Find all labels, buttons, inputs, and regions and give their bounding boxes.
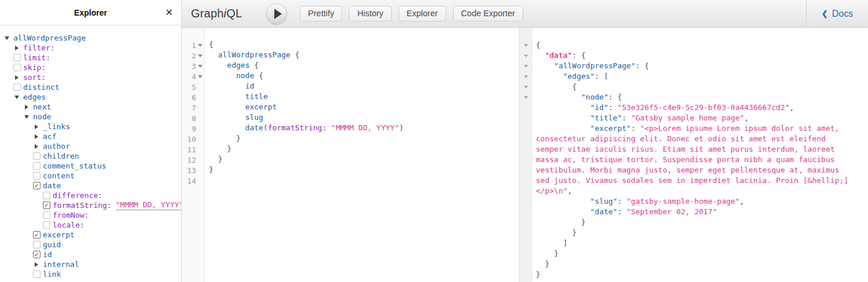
gutter-row xyxy=(520,102,532,113)
caret-right-icon[interactable] xyxy=(12,75,21,80)
caret-right-icon[interactable] xyxy=(32,144,41,149)
caret-down-icon[interactable] xyxy=(2,36,12,40)
checkbox-icon[interactable] xyxy=(12,83,21,91)
caret-down-icon xyxy=(24,115,29,119)
logo-text: Graph xyxy=(191,7,224,20)
checkbox-icon[interactable] xyxy=(32,241,41,248)
checkbox-icon[interactable] xyxy=(42,211,51,219)
tree-item-label: formatString: xyxy=(53,201,112,210)
tree-item-internal[interactable]: internal xyxy=(1,259,181,269)
checkbox-icon xyxy=(33,251,41,258)
fold-toggle[interactable] xyxy=(520,82,532,92)
code-token xyxy=(536,82,572,91)
checkbox-icon[interactable] xyxy=(42,221,51,229)
line-number: 12 xyxy=(182,156,196,164)
checkbox-icon[interactable] xyxy=(32,231,41,239)
code-token: : xyxy=(617,207,627,216)
tree-item-id[interactable]: id xyxy=(1,250,181,259)
fold-toggle[interactable] xyxy=(520,61,532,71)
tree-item-distinct[interactable]: distinct xyxy=(1,82,181,92)
code-token: id xyxy=(245,82,255,90)
checkbox-icon xyxy=(43,211,50,219)
tree-item-node[interactable]: node xyxy=(1,112,181,122)
fold-toggle[interactable] xyxy=(196,75,204,78)
fold-arrow-icon xyxy=(524,65,528,68)
code-exporter-button[interactable]: Code Exporter xyxy=(453,6,524,21)
checkbox-icon[interactable] xyxy=(32,152,41,160)
explorer-button[interactable]: Explorer xyxy=(399,6,446,21)
tree-item-formatString[interactable]: formatString:"MMMM DD, YYYY" xyxy=(1,200,181,210)
checkbox-icon[interactable] xyxy=(12,64,21,71)
workspace: 1234567891011121314 { allWordpressPage {… xyxy=(182,28,868,282)
tree-item-children[interactable]: children xyxy=(1,151,181,161)
checkbox-icon[interactable] xyxy=(32,270,41,278)
line-number: 11 xyxy=(182,145,196,154)
checkbox-icon[interactable] xyxy=(32,172,41,180)
caret-right-icon xyxy=(15,46,19,50)
tree-item-label: children xyxy=(43,152,79,160)
fold-toggle[interactable] xyxy=(520,92,532,102)
fold-toggle[interactable] xyxy=(520,71,532,82)
caret-right-icon[interactable] xyxy=(12,46,21,50)
checkbox-icon xyxy=(33,270,41,278)
tree-item-locale[interactable]: locale: xyxy=(1,220,181,230)
gutter-row xyxy=(520,113,532,123)
tree-item-next[interactable]: next xyxy=(1,102,181,112)
tree-item-date[interactable]: date xyxy=(1,181,181,191)
checkbox-icon[interactable] xyxy=(32,162,41,170)
gutter-row: 4 xyxy=(182,71,204,82)
tree-item-limit[interactable]: limit: xyxy=(1,53,181,63)
caret-right-icon[interactable] xyxy=(32,262,41,267)
fold-toggle[interactable] xyxy=(196,44,204,47)
tree-item-_links[interactable]: _links xyxy=(1,122,181,131)
result-json: { "data": { "allWordpressPage": { "edges… xyxy=(536,40,854,280)
checkbox-icon[interactable] xyxy=(32,182,41,189)
close-icon[interactable]: ✕ xyxy=(165,8,173,17)
tree-item-excerpt[interactable]: excerpt xyxy=(1,230,181,240)
fold-toggle[interactable] xyxy=(520,40,532,50)
code-token: "data" xyxy=(545,51,572,60)
tree-item-fromNow[interactable]: fromNow: xyxy=(1,210,181,220)
tree-item-label: comment_status xyxy=(43,162,106,170)
tree-item-acf[interactable]: acf xyxy=(1,131,181,141)
tree-item-sort[interactable]: sort: xyxy=(1,72,181,82)
tree-item-link[interactable]: link xyxy=(1,269,181,279)
tree-item-comment_status[interactable]: comment_status xyxy=(1,161,181,171)
caret-right-icon[interactable] xyxy=(22,105,31,109)
fold-toggle[interactable] xyxy=(196,54,204,57)
caret-right-icon xyxy=(35,124,38,129)
tree-item-allWordpressPage[interactable]: allWordpressPage xyxy=(1,33,181,43)
tree-item-guid[interactable]: guid xyxy=(1,240,181,250)
execute-query-button[interactable] xyxy=(266,3,287,24)
gutter-row: 14 xyxy=(182,175,204,186)
tree-item-edges[interactable]: edges xyxy=(1,92,181,102)
checkbox-icon[interactable] xyxy=(42,202,51,209)
caret-right-icon[interactable] xyxy=(32,124,41,129)
checkbox-icon[interactable] xyxy=(32,251,41,258)
checkbox-icon xyxy=(33,162,41,170)
code-line: } xyxy=(209,134,519,144)
checkbox-icon[interactable] xyxy=(12,54,21,61)
tree-item-content[interactable]: content xyxy=(1,171,181,181)
fold-toggle[interactable] xyxy=(196,65,204,68)
code-token xyxy=(536,61,554,70)
fold-toggle[interactable] xyxy=(520,50,532,61)
caret-down-icon[interactable] xyxy=(22,115,31,119)
code-token: { xyxy=(249,61,259,69)
code-token: "MMMM DD, YYYY" xyxy=(331,123,399,132)
tree-item-label: distinct xyxy=(23,83,60,91)
checkbox-icon[interactable] xyxy=(42,192,51,199)
tree-item-difference[interactable]: difference: xyxy=(1,191,181,200)
arg-value-input[interactable]: "MMMM DD, YYYY" xyxy=(116,200,181,210)
prettify-button[interactable]: Prettify xyxy=(300,6,342,21)
history-button[interactable]: History xyxy=(349,6,391,21)
docs-toggle[interactable]: ❮ Docs xyxy=(806,0,868,27)
tree-item-skip[interactable]: skip: xyxy=(1,63,181,72)
tree-item-author[interactable]: author xyxy=(1,141,181,151)
result-line: ] xyxy=(536,238,854,248)
query-editor[interactable]: { allWordpressPage { edges { node { id t… xyxy=(204,28,519,282)
tree-item-filter[interactable]: filter: xyxy=(1,43,181,53)
caret-right-icon[interactable] xyxy=(32,134,41,139)
caret-down-icon[interactable] xyxy=(12,96,21,99)
code-token: ] xyxy=(563,239,568,247)
